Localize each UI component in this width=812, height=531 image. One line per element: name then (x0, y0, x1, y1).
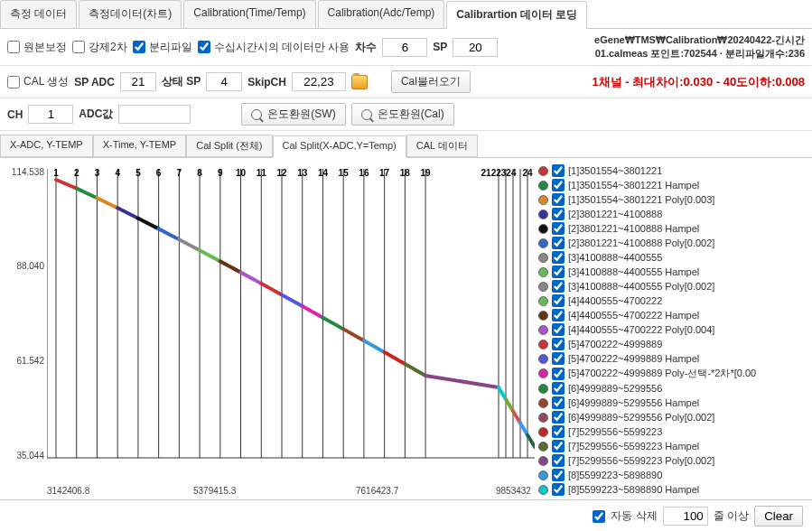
chk-original[interactable] (7, 41, 20, 53)
legend-label: [1]3501554~3801221 Poly[0.003] (568, 194, 714, 205)
lbl-cal-create: CAL 생성 (23, 74, 69, 89)
svg-text:7: 7 (177, 169, 182, 178)
legend-checkbox[interactable] (552, 396, 565, 409)
legend-item: [3]4100888~4400555 Poly[0.002] (538, 279, 797, 293)
lbl-split: 분리파일 (149, 40, 192, 55)
legend-color-dot (538, 325, 548, 335)
legend-checkbox[interactable] (552, 164, 565, 177)
svg-text:14: 14 (318, 169, 329, 178)
sec-tab-2[interactable]: Cal Split (전체) (186, 135, 272, 157)
sec-tab-1[interactable]: X-Time, Y-TEMP (93, 135, 187, 157)
legend-checkbox[interactable] (552, 237, 565, 249)
legend-checkbox[interactable] (552, 208, 565, 220)
chk-cal-create[interactable] (7, 76, 20, 88)
legend-checkbox[interactable] (552, 469, 565, 481)
legend-checkbox[interactable] (552, 338, 565, 350)
sec-tab-3[interactable]: Cal Split(X-ADC,Y=Temp) (273, 135, 406, 158)
file-info-2: 01.calmeas 포인트:702544 · 분리파일개수:236 (594, 47, 805, 61)
chk-split[interactable] (133, 41, 145, 53)
skip-ch-input[interactable] (292, 72, 346, 91)
legend-label: [7]5299556~5599223 Poly[0.002] (568, 455, 714, 466)
auto-delete-chk[interactable] (593, 510, 605, 523)
folder-icon[interactable] (351, 75, 368, 89)
sec-tab-0[interactable]: X-ADC, Y-TEMP (0, 135, 93, 157)
legend-color-dot (538, 282, 548, 292)
legend-label: [4]4400555~4700222 Hampel (568, 310, 699, 321)
top-tab-1[interactable]: 측정데이터(차트) (79, 0, 182, 28)
ch-input[interactable] (28, 105, 73, 124)
legend-item: [4]4400555~4700222 Poly[0.004] (538, 322, 797, 337)
legend-item: [7]5299556~5599223 (538, 424, 797, 439)
legend-label: [2]3801221~4100888 Poly[0.002] (568, 238, 714, 248)
legend-label: [3]4100888~4400555 Poly[0.002] (568, 281, 714, 292)
legend-item: [4]4400555~4700222 (538, 293, 797, 308)
legend-color-dot (538, 413, 548, 423)
legend-checkbox[interactable] (552, 483, 565, 496)
lines-input[interactable] (663, 507, 708, 526)
legend-checkbox[interactable] (552, 193, 565, 206)
top-tab-3[interactable]: Calibration(Adc/Temp) (318, 0, 445, 28)
legend-checkbox[interactable] (552, 294, 565, 307)
legend-item: [1]3501554~3801221 Poly[0.003] (538, 192, 797, 207)
legend-checkbox[interactable] (552, 454, 565, 467)
svg-text:18: 18 (400, 169, 411, 178)
order-input[interactable] (382, 38, 427, 57)
file-info-1: eGene₩TMS₩Calibration₩20240422-긴시간 (594, 33, 805, 47)
svg-text:16: 16 (359, 169, 369, 178)
legend-checkbox[interactable] (552, 309, 565, 321)
top-tab-4[interactable]: Calibrartion 데이터 로딩 (446, 1, 587, 29)
legend-checkbox[interactable] (552, 179, 565, 191)
y-tick: 88.040 (16, 261, 44, 271)
adc-value-input[interactable] (118, 105, 191, 124)
sp-input[interactable] (453, 38, 498, 57)
chk-hours[interactable] (198, 41, 210, 53)
legend-color-dot (538, 368, 548, 378)
legend-checkbox[interactable] (552, 323, 565, 336)
legend-checkbox[interactable] (552, 266, 565, 278)
auto-delete-label: 자동 삭제 (611, 508, 657, 524)
legend-label: [6]4999889~5299556 (568, 383, 662, 394)
svg-text:6: 6 (156, 169, 162, 178)
svg-text:13: 13 (297, 169, 308, 178)
svg-text:3: 3 (95, 169, 100, 178)
legend-checkbox[interactable] (552, 352, 565, 365)
legend-checkbox[interactable] (552, 411, 565, 424)
sp-adc-input[interactable] (120, 72, 156, 91)
lbl-hours: 수십시간시의 데이터만 사용 (214, 40, 350, 55)
legend-checkbox[interactable] (552, 382, 565, 395)
order-label: 차수 (355, 40, 377, 55)
top-tab-0[interactable]: 측정 데이터 (0, 0, 77, 28)
legend-checkbox[interactable] (552, 251, 565, 264)
state-sp-input[interactable] (206, 72, 242, 91)
legend-checkbox[interactable] (552, 280, 565, 293)
legend-checkbox[interactable] (552, 425, 565, 438)
temp-sw-button[interactable]: 온도환원(SW) (241, 103, 345, 126)
x-tick: 7616423.7 (356, 486, 398, 496)
cal-load-button[interactable]: Cal불러오기 (391, 70, 471, 93)
adc-value-label: ADC값 (79, 107, 113, 122)
legend-label: [3]4100888~4400555 Hampel (568, 266, 699, 277)
legend-checkbox[interactable] (552, 222, 565, 235)
y-tick: 61.542 (16, 356, 44, 366)
legend-checkbox[interactable] (552, 368, 565, 380)
sp-adc-label: SP ADC (74, 76, 115, 88)
chart-plot[interactable]: 114.538 88.040 61.542 35.044 12345678910… (4, 162, 537, 496)
clear-button[interactable]: Clear (754, 506, 803, 526)
legend-label: [5]4700222~4999889 (568, 339, 662, 349)
legend-color-dot (538, 195, 548, 205)
legend-item: [2]3801221~4100888 Hampel (538, 221, 797, 236)
chk-force2[interactable] (72, 41, 85, 53)
legend-color-dot (538, 166, 548, 176)
sec-tab-4[interactable]: CAL 데이터 (406, 135, 478, 157)
temp-cal-button[interactable]: 온도환원(Cal) (351, 103, 454, 126)
x-tick: 9853432 (496, 486, 531, 496)
legend-panel[interactable]: [1]3501554~3801221[1]3501554~3801221 Ham… (537, 162, 798, 496)
legend-item: [1]3501554~3801221 (538, 163, 797, 178)
search-icon (361, 109, 372, 120)
legend-label: [4]4400555~4700222 (568, 295, 662, 306)
legend-checkbox[interactable] (552, 440, 565, 452)
svg-text:2122324: 2122324 (481, 169, 517, 178)
legend-label: [5]4700222~4999889 Poly-선택-*2차*[0.00 (568, 367, 756, 380)
top-tab-2[interactable]: Calibration(Time/Temp) (183, 0, 315, 28)
svg-rect-0 (47, 169, 535, 458)
